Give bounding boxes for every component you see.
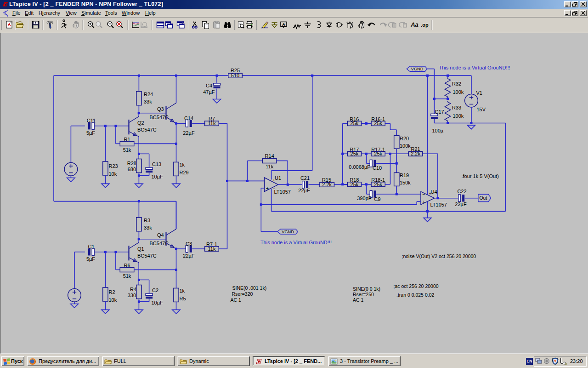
svg-text:22µF: 22µF — [183, 253, 195, 259]
svg-text:Rser=320: Rser=320 — [232, 291, 253, 297]
svg-text:390pF: 390pF — [357, 196, 371, 201]
svg-text:BC547C: BC547C — [137, 253, 157, 259]
svg-text:SINE(0 .001 1k): SINE(0 .001 1k) — [232, 285, 267, 291]
svg-text:22µF: 22µF — [455, 201, 467, 207]
svg-text:R20: R20 — [400, 136, 409, 141]
svg-text:Q2: Q2 — [137, 120, 144, 126]
svg-text:U1: U1 — [275, 175, 281, 181]
svg-text:C4: C4 — [206, 83, 212, 88]
svg-text:;ac oct 256 20 20000: ;ac oct 256 20 20000 — [394, 283, 439, 289]
svg-text:BC547C: BC547C — [150, 241, 169, 246]
svg-text:25k: 25k — [351, 151, 359, 156]
svg-text:R4: R4 — [130, 287, 136, 292]
svg-text:25k: 25k — [374, 182, 382, 187]
svg-text:510: 510 — [231, 73, 239, 78]
svg-text:.tran 0 0.025 0.02: .tran 0 0.025 0.02 — [396, 292, 434, 298]
svg-text:Q4: Q4 — [157, 232, 164, 238]
svg-text:10k: 10k — [109, 171, 117, 177]
svg-text:25k: 25k — [351, 182, 359, 187]
svg-text:2.2k: 2.2k — [322, 182, 332, 187]
svg-text:This node is a Virtual GrouND!: This node is a Virtual GrouND!!! — [439, 65, 510, 70]
svg-text:R3: R3 — [144, 218, 150, 223]
svg-text:BC547C: BC547C — [150, 115, 169, 120]
svg-text:100µ: 100µ — [432, 128, 444, 133]
svg-text:A: A — [282, 22, 285, 27]
svg-text:BC547C: BC547C — [137, 127, 157, 132]
svg-text:C22: C22 — [457, 189, 466, 194]
svg-text:+: + — [423, 200, 425, 205]
svg-text:15V: 15V — [477, 107, 486, 112]
svg-text:100k: 100k — [400, 143, 411, 149]
svg-text:C14: C14 — [184, 115, 193, 121]
svg-text:100k: 100k — [453, 89, 464, 95]
svg-text:R19: R19 — [400, 172, 409, 178]
svg-text:R28: R28 — [127, 161, 136, 166]
svg-text:R32: R32 — [452, 81, 461, 86]
svg-text:10µF: 10µF — [152, 300, 164, 305]
svg-text:Q1: Q1 — [137, 246, 144, 252]
svg-text:11k: 11k — [208, 246, 216, 252]
svg-text:R24: R24 — [144, 92, 153, 97]
svg-text:.op: .op — [421, 22, 429, 28]
svg-text:R14: R14 — [265, 153, 274, 159]
svg-text:Q3: Q3 — [157, 106, 164, 112]
svg-text:C9: C9 — [374, 196, 381, 202]
svg-text:C2: C2 — [152, 288, 158, 293]
svg-text:10k: 10k — [109, 297, 117, 303]
svg-text:R5: R5 — [180, 296, 186, 301]
svg-text:−: − — [266, 178, 269, 184]
svg-text:SINE(0 0 1k): SINE(0 0 1k) — [353, 286, 380, 292]
svg-text:.four 1k 5 V(Out): .four 1k 5 V(Out) — [462, 173, 499, 179]
svg-text:LT1057: LT1057 — [274, 189, 291, 195]
svg-text:33k: 33k — [144, 99, 152, 104]
svg-text:10µF: 10µF — [152, 174, 164, 179]
svg-text:100k: 100k — [453, 113, 464, 119]
svg-text:1k: 1k — [180, 162, 185, 167]
svg-text:R33: R33 — [452, 105, 461, 110]
svg-text:R2: R2 — [109, 289, 115, 295]
svg-text:R29: R29 — [180, 170, 189, 175]
svg-text:AC 1: AC 1 — [231, 297, 242, 303]
svg-text:0.0068µF: 0.0068µF — [349, 164, 370, 170]
svg-text:47µF: 47µF — [203, 89, 215, 95]
svg-text:U4: U4 — [431, 189, 437, 195]
svg-text:2.2k: 2.2k — [411, 151, 420, 156]
svg-text:11k: 11k — [266, 164, 273, 169]
svg-text:R6: R6 — [124, 263, 130, 268]
svg-text:C3: C3 — [186, 241, 192, 247]
svg-text:−: − — [423, 192, 425, 197]
svg-text:VGND: VGND — [282, 230, 294, 234]
svg-text:25k: 25k — [374, 151, 382, 156]
svg-text:5µF: 5µF — [86, 256, 95, 262]
svg-text:AC 1: AC 1 — [353, 297, 364, 303]
svg-text:C13: C13 — [152, 161, 161, 167]
svg-text:Rser=250: Rser=250 — [353, 292, 374, 297]
svg-text:+: + — [266, 186, 269, 191]
svg-text:C17: C17 — [435, 109, 444, 115]
svg-text:C11: C11 — [87, 118, 96, 123]
svg-text:25k: 25k — [374, 121, 382, 126]
svg-text:25k: 25k — [351, 121, 359, 126]
svg-text:C1: C1 — [88, 244, 94, 249]
svg-text:LT1057: LT1057 — [430, 202, 447, 207]
svg-text:33k: 33k — [144, 225, 152, 230]
svg-text:11k: 11k — [208, 121, 216, 126]
svg-text:Out: Out — [479, 195, 487, 201]
svg-text:22µF: 22µF — [298, 188, 310, 193]
svg-text:Aa: Aa — [410, 21, 418, 28]
svg-text:;noise V(Out) V2 oct 256 20 20: ;noise V(Out) V2 oct 256 20 20000 — [402, 253, 476, 259]
svg-text:330: 330 — [128, 293, 136, 298]
svg-text:VGND: VGND — [411, 67, 424, 71]
svg-text:V1: V1 — [476, 90, 482, 96]
svg-text:C10: C10 — [373, 165, 382, 171]
svg-text:This node is a Virtual GrouND!: This node is a Virtual GrouND!!! — [260, 240, 332, 245]
svg-text:150k: 150k — [400, 180, 411, 185]
svg-text:51k: 51k — [123, 273, 131, 279]
svg-text:1k: 1k — [180, 288, 185, 293]
svg-text:22µF: 22µF — [183, 130, 195, 136]
svg-text:51k: 51k — [123, 147, 131, 153]
svg-text:680: 680 — [128, 167, 136, 172]
svg-text:C21: C21 — [300, 175, 310, 181]
svg-text:5µF: 5µF — [86, 130, 95, 136]
svg-text:R23: R23 — [109, 163, 118, 169]
